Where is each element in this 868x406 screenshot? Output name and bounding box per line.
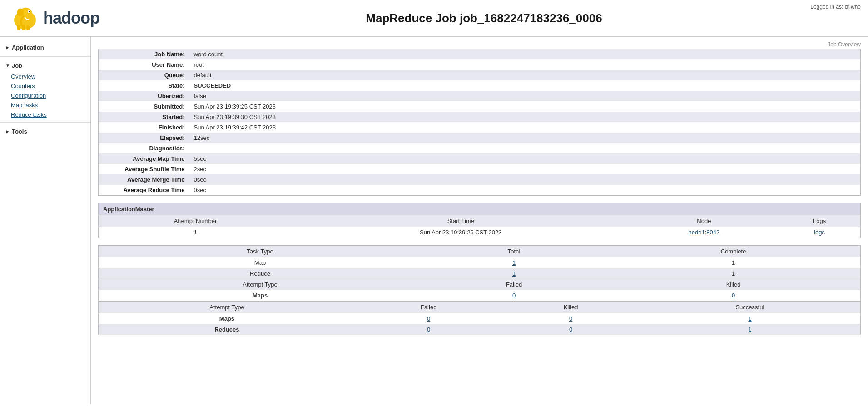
col-task-type: Task Type [99, 246, 422, 257]
application-label: Application [12, 44, 44, 51]
col-attempt-type: Attempt Type [99, 279, 422, 290]
row-label: Queue: [99, 70, 189, 80]
job-overview-label: Job Overview [98, 41, 861, 48]
table-row: Maps 0 0 [99, 290, 861, 301]
row-label: Finished: [99, 122, 189, 133]
table-row: Job Name: word count [99, 49, 861, 60]
task-type-reduce: Reduce [99, 268, 422, 279]
maps-successful: 1 [640, 313, 861, 324]
attempt-summary-table: Attempt Type Failed Killed Successful Ma… [98, 301, 861, 335]
job-arrow-icon: ▼ [5, 63, 10, 68]
maps-killed2: 0 [502, 313, 639, 324]
task-header-row: Task Type Total Complete [99, 246, 861, 257]
hadoop-logo [9, 5, 41, 32]
row-label: Average Reduce Time [99, 185, 189, 196]
col-failed: Failed [422, 279, 606, 290]
table-row: Reduces 0 0 1 [99, 324, 861, 335]
map-link[interactable]: Map [254, 259, 266, 266]
logs-link[interactable]: logs [814, 229, 825, 236]
attempt-maps: Maps [99, 313, 355, 324]
table-row: 1 Sun Apr 23 19:39:26 CST 2023 node1:804… [99, 227, 861, 238]
am-col-attempt: Attempt Number [99, 215, 293, 227]
maps-failed: 0 [422, 290, 606, 301]
footer: CSDN @Exclusive_Sea [0, 404, 868, 406]
row-value: word count [189, 49, 861, 60]
application-master-table: ApplicationMaster Attempt Number Start T… [98, 203, 861, 238]
row-label: Diagnostics: [99, 143, 189, 153]
logo-area: hadoop [9, 5, 109, 32]
map-complete: 1 [606, 257, 860, 268]
row-value: false [189, 91, 861, 101]
table-row: Average Map Time 5sec [99, 153, 861, 164]
am-col-logs: Logs [779, 215, 860, 227]
sidebar-item-overview[interactable]: Overview [0, 72, 90, 81]
reduce-total: 1 [422, 268, 606, 279]
sidebar-item-configuration[interactable]: Configuration [0, 91, 90, 100]
sidebar-item-reduce-tasks[interactable]: Reduce tasks [0, 110, 90, 119]
row-value: 0sec [189, 174, 861, 185]
sidebar-item-counters[interactable]: Counters [0, 81, 90, 91]
col-total: Total [422, 246, 606, 257]
am-logs[interactable]: logs [779, 227, 860, 238]
row-label: Average Shuffle Time [99, 164, 189, 174]
task-summary-table: Task Type Total Complete Map 1 1 Reduce … [98, 245, 861, 301]
logged-in-label: Logged in as: dr.who [810, 4, 861, 10]
application-arrow-icon: ► [5, 45, 10, 50]
sidebar-job[interactable]: ▼ Job [0, 59, 90, 72]
row-label: Average Merge Time [99, 174, 189, 185]
row-value: default [189, 70, 861, 80]
sidebar-item-map-tasks[interactable]: Map tasks [0, 100, 90, 110]
row-value: Sun Apr 23 19:39:25 CST 2023 [189, 101, 861, 112]
sidebar: ► Application ▼ Job Overview Counters Co… [0, 37, 91, 404]
row-value: Sun Apr 23 19:39:42 CST 2023 [189, 122, 861, 133]
row-label: Submitted: [99, 101, 189, 112]
am-node[interactable]: node1:8042 [630, 227, 779, 238]
row-value: Sun Apr 23 19:39:30 CST 2023 [189, 112, 861, 122]
table-row: Started: Sun Apr 23 19:39:30 CST 2023 [99, 112, 861, 122]
row-value: root [189, 59, 861, 70]
row-label: Uberized: [99, 91, 189, 101]
svg-rect-8 [26, 25, 30, 30]
attempt-header-row: Attempt Type Failed Killed [99, 279, 861, 290]
col-killed2: Killed [502, 302, 639, 313]
am-col-node: Node [630, 215, 779, 227]
table-row: Map 1 1 [99, 257, 861, 268]
row-value: 2sec [189, 164, 861, 174]
am-header-row: Attempt Number Start Time Node Logs [99, 215, 861, 227]
svg-rect-7 [22, 25, 25, 30]
sidebar-divider-1 [0, 56, 90, 57]
table-row: Elapsed: 12sec [99, 133, 861, 143]
col-attempt-type2: Attempt Type [99, 302, 355, 313]
row-label: Average Map Time [99, 153, 189, 164]
sidebar-divider-2 [0, 122, 90, 123]
row-value: 12sec [189, 133, 861, 143]
layout: ► Application ▼ Job Overview Counters Co… [0, 37, 868, 404]
table-row: Average Merge Time 0sec [99, 174, 861, 185]
node-link[interactable]: node1:8042 [688, 229, 719, 236]
tools-label: Tools [12, 128, 27, 135]
page-title: MapReduce Job job_1682247183236_0006 [109, 11, 859, 25]
hadoop-text: hadoop [43, 9, 99, 28]
row-label: Started: [99, 112, 189, 122]
am-section-title: ApplicationMaster [99, 203, 861, 215]
row-value: 5sec [189, 153, 861, 164]
reduces-killed: 0 [502, 324, 639, 335]
am-start-time: Sun Apr 23 19:39:26 CST 2023 [292, 227, 630, 238]
am-col-start-time: Start Time [292, 215, 630, 227]
table-row: Submitted: Sun Apr 23 19:39:25 CST 2023 [99, 101, 861, 112]
attempt-full-header: Attempt Type Failed Killed Successful [99, 302, 861, 313]
table-row: State: SUCCEEDED [99, 80, 861, 91]
row-value [189, 143, 861, 153]
sidebar-application[interactable]: ► Application [0, 41, 90, 54]
sidebar-tools[interactable]: ► Tools [0, 125, 90, 138]
reduce-link[interactable]: Reduce [250, 270, 270, 277]
state-value: SUCCEEDED [189, 80, 861, 91]
job-overview-table: Job Name: word count User Name: root Que… [98, 49, 861, 196]
job-label: Job [12, 62, 22, 69]
table-row: Uberized: false [99, 91, 861, 101]
reduces-successful: 1 [640, 324, 861, 335]
col-failed2: Failed [355, 302, 502, 313]
row-label: State: [99, 80, 189, 91]
reduce-complete: 1 [606, 268, 860, 279]
row-value: 0sec [189, 185, 861, 196]
